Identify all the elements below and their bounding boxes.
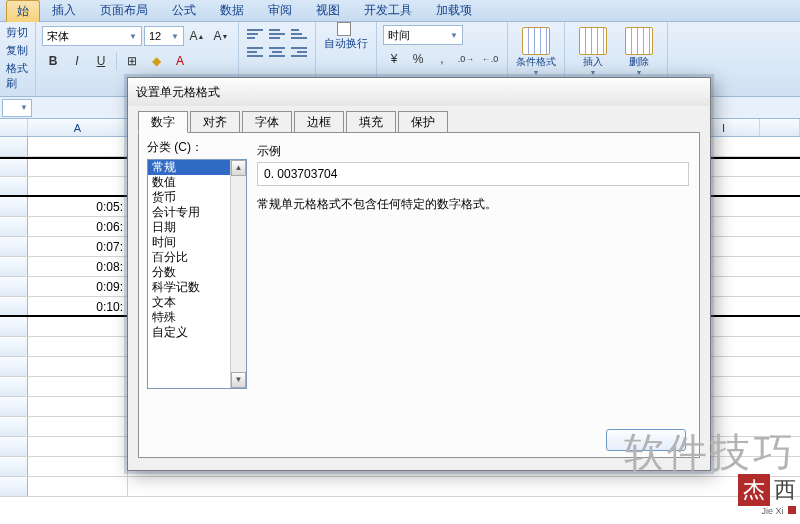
tab-font[interactable]: 字体 [242, 111, 292, 133]
row-header[interactable] [0, 317, 28, 336]
font-size-combo[interactable]: 12▼ [144, 26, 184, 46]
cell[interactable] [28, 477, 128, 496]
percent-icon[interactable]: % [407, 48, 429, 70]
tab-insert[interactable]: 插入 [40, 2, 88, 19]
table-row [0, 477, 800, 497]
border-button[interactable]: ⊞ [121, 50, 143, 72]
cell[interactable]: 0:05: [28, 197, 128, 216]
row-header[interactable] [0, 457, 28, 476]
dialog-title: 设置单元格格式 [128, 78, 710, 106]
row-header[interactable] [0, 397, 28, 416]
currency-icon[interactable]: ¥ [383, 48, 405, 70]
ok-button[interactable] [606, 429, 686, 451]
insert-icon [579, 27, 607, 55]
tab-fill[interactable]: 填充 [346, 111, 396, 133]
column-header-a[interactable]: A [28, 119, 128, 136]
underline-button[interactable]: U [90, 50, 112, 72]
increase-font-icon[interactable]: A▲ [186, 25, 208, 47]
italic-button[interactable]: I [66, 50, 88, 72]
cell[interactable] [28, 437, 128, 456]
column-header-blank [760, 119, 800, 136]
tab-review[interactable]: 审阅 [256, 2, 304, 19]
font-name-combo[interactable]: 宋体▼ [42, 26, 142, 46]
delete-cells-button[interactable]: 删除▼ [617, 25, 661, 78]
cell[interactable]: 0:09: [28, 277, 128, 296]
cell[interactable]: 0:08: [28, 257, 128, 276]
tab-data[interactable]: 数据 [208, 2, 256, 19]
font-color-button[interactable]: A [169, 50, 191, 72]
row-header[interactable] [0, 257, 28, 276]
row-header[interactable] [0, 477, 28, 496]
tab-layout[interactable]: 页面布局 [88, 2, 160, 19]
sample-label: 示例 [257, 143, 689, 160]
format-description: 常规单元格格式不包含任何特定的数字格式。 [257, 196, 689, 213]
cell[interactable] [28, 177, 128, 195]
copy-button[interactable]: 复制 [6, 43, 29, 59]
fill-color-button[interactable]: ◆ [145, 50, 167, 72]
row-header[interactable] [0, 417, 28, 436]
align-right-icon[interactable] [289, 43, 309, 61]
cell[interactable] [28, 397, 128, 416]
tab-dev[interactable]: 开发工具 [352, 2, 424, 19]
cell[interactable] [28, 337, 128, 356]
row-header[interactable] [0, 159, 28, 176]
row-header[interactable] [0, 217, 28, 236]
tab-protection[interactable]: 保护 [398, 111, 448, 133]
bold-button[interactable]: B [42, 50, 64, 72]
insert-cells-button[interactable]: 插入▼ [571, 25, 615, 78]
cell[interactable] [28, 377, 128, 396]
category-listbox[interactable]: 常规 数值 货币 会计专用 日期 时间 百分比 分数 科学记数 文本 特殊 自定… [147, 159, 247, 389]
cell[interactable]: 0:06: [28, 217, 128, 236]
dialog-tabs: 数字 对齐 字体 边框 填充 保护 [138, 110, 700, 132]
cell[interactable] [28, 137, 128, 156]
decrease-font-icon[interactable]: A▼ [210, 25, 232, 47]
cell[interactable]: 0:10: [28, 297, 128, 315]
tab-border[interactable]: 边框 [294, 111, 344, 133]
conditional-format-button[interactable]: 条件格式▼ [514, 25, 558, 78]
row-header[interactable] [0, 237, 28, 256]
row-header[interactable] [0, 177, 28, 195]
wrap-checkbox[interactable] [337, 22, 351, 36]
tab-alignment[interactable]: 对齐 [190, 111, 240, 133]
row-header[interactable] [0, 197, 28, 216]
row-header[interactable] [0, 277, 28, 296]
cell[interactable] [28, 457, 128, 476]
comma-icon[interactable]: , [431, 48, 453, 70]
row-header[interactable] [0, 357, 28, 376]
align-bottom-icon[interactable] [289, 25, 309, 43]
cell[interactable] [28, 357, 128, 376]
select-all-corner[interactable] [0, 119, 28, 136]
align-middle-icon[interactable] [267, 25, 287, 43]
cell[interactable] [28, 317, 128, 336]
number-format-combo[interactable]: 时间▼ [383, 25, 463, 45]
sample-value: 0. 003703704 [257, 162, 689, 186]
name-box[interactable]: ▼ [2, 99, 32, 117]
format-detail-pane: 示例 0. 003703704 常规单元格格式不包含任何特定的数字格式。 [257, 143, 689, 213]
increase-decimal-icon[interactable]: .0→ [455, 48, 477, 70]
row-header[interactable] [0, 377, 28, 396]
tab-formula[interactable]: 公式 [160, 2, 208, 19]
align-center-icon[interactable] [267, 43, 287, 61]
cell[interactable] [28, 417, 128, 436]
scroll-down-icon[interactable]: ▼ [231, 372, 246, 388]
delete-icon [625, 27, 653, 55]
cell[interactable]: 0:07: [28, 237, 128, 256]
format-painter-button[interactable]: 格式刷 [6, 61, 29, 77]
scroll-up-icon[interactable]: ▲ [231, 160, 246, 176]
tab-number[interactable]: 数字 [138, 111, 188, 133]
row-header[interactable] [0, 337, 28, 356]
scrollbar[interactable]: ▲ ▼ [230, 160, 246, 388]
row-header[interactable] [0, 137, 28, 156]
cell[interactable] [28, 159, 128, 176]
tab-home[interactable]: 始 [6, 0, 40, 22]
align-left-icon[interactable] [245, 43, 265, 61]
tab-addin[interactable]: 加载项 [424, 2, 484, 19]
cut-button[interactable]: 剪切 [6, 25, 29, 41]
row-header[interactable] [0, 297, 28, 315]
tab-view[interactable]: 视图 [304, 2, 352, 19]
row-header[interactable] [0, 437, 28, 456]
conditional-format-icon [522, 27, 550, 55]
align-top-icon[interactable] [245, 25, 265, 43]
chevron-down-icon: ▼ [20, 103, 28, 112]
decrease-decimal-icon[interactable]: ←.0 [479, 48, 501, 70]
